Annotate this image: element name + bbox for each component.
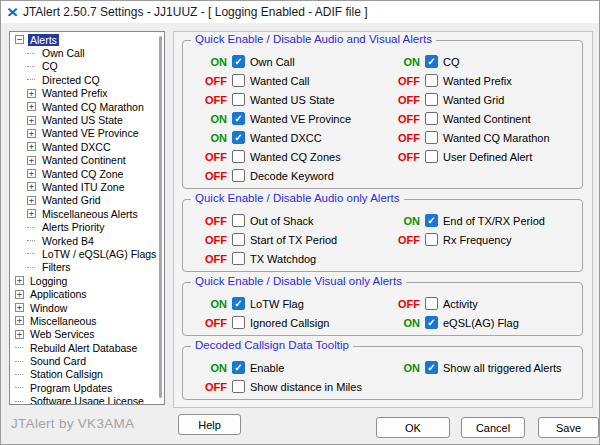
tree-item-wanted-continent[interactable]: + Wanted Continent	[10, 154, 164, 167]
checkbox-cq[interactable]	[425, 55, 438, 68]
checkbox-wanted-call[interactable]	[232, 74, 245, 87]
tree-item-alerts-priority[interactable]: Alerts Priority	[10, 220, 164, 233]
toggle-state-badge: OFF	[386, 94, 420, 106]
tree-expander-icon[interactable]: +	[15, 330, 24, 339]
checkbox-wanted-ve-province[interactable]	[232, 112, 245, 125]
tree-item-wanted-cq-zone[interactable]: + Wanted CQ Zone	[10, 167, 164, 180]
tree-item-label: Filters	[40, 261, 73, 273]
tree-item-rebuild-alert-database[interactable]: Rebuild Alert Database	[10, 341, 164, 354]
group-title: Quick Enable / Disable Audio and Visual …	[191, 33, 436, 45]
group-row: OFF Wanted US State OFF Wanted Grid	[183, 90, 582, 109]
group-row: OFF Show distance in Miles	[183, 377, 582, 396]
checkbox-rx-frequency[interactable]	[425, 233, 438, 246]
tree-expander-icon[interactable]: +	[15, 316, 24, 325]
checkbox-wanted-continent[interactable]	[425, 112, 438, 125]
tree-expander-icon[interactable]: +	[27, 209, 36, 218]
tree-expander-icon[interactable]: +	[27, 196, 36, 205]
group-row: ON Enable ON Show all triggered Alerts	[183, 358, 582, 377]
group-row: OFF Out of Shack ON End of TX/RX Period	[183, 211, 582, 230]
tree-expander-icon[interactable]: +	[15, 276, 24, 285]
checkbox-show-distance-in-miles[interactable]	[232, 380, 245, 393]
checkbox-lotw-flag[interactable]	[232, 297, 245, 310]
checkbox-eqsl-ag-flag[interactable]	[425, 316, 438, 329]
tree-item-alerts[interactable]: − Alerts	[10, 33, 164, 46]
tree-item-directed-cq[interactable]: Directed CQ	[10, 73, 164, 86]
tree-expander-icon[interactable]: +	[27, 89, 36, 98]
checkbox-wanted-cq-zones[interactable]	[232, 150, 245, 163]
tree-item-logging[interactable]: + Logging	[10, 274, 164, 287]
tree-item-miscellaneous-alerts[interactable]: + Miscellaneous Alerts	[10, 207, 164, 220]
checkbox-own-call[interactable]	[232, 55, 245, 68]
tree-item-window[interactable]: + Window	[10, 301, 164, 314]
group-row: ON Wanted DXCC OFF Wanted CQ Marathon	[183, 128, 582, 147]
tree-item-program-updates[interactable]: Program Updates	[10, 381, 164, 394]
help-button[interactable]: Help	[178, 414, 241, 435]
checkbox-user-defined-alert[interactable]	[425, 150, 438, 163]
checkbox-wanted-cq-marathon[interactable]	[425, 131, 438, 144]
ok-button[interactable]: OK	[376, 417, 450, 438]
tree-expander-icon[interactable]: +	[27, 116, 36, 125]
group-row: OFF TX Watchdog	[183, 249, 582, 268]
tree-expander-icon[interactable]: +	[27, 102, 36, 111]
tree-item-wanted-cq-marathon[interactable]: + Wanted CQ Marathon	[10, 100, 164, 113]
tree-expander-icon[interactable]: +	[27, 169, 36, 178]
tree-expander-icon[interactable]: +	[27, 182, 36, 191]
tree-item-filters[interactable]: Filters	[10, 261, 164, 274]
tree-expander-icon[interactable]: −	[15, 35, 24, 44]
tree-expander-icon	[15, 370, 24, 379]
tree-item-sound-card[interactable]: Sound Card	[10, 354, 164, 367]
tree-item-wanted-prefix[interactable]: + Wanted Prefix	[10, 87, 164, 100]
tree-expander-icon[interactable]: +	[27, 129, 36, 138]
checkbox-show-all-triggered-alerts[interactable]	[425, 361, 438, 374]
tree-expander-icon[interactable]: +	[27, 142, 36, 151]
checkbox-tx-watchdog[interactable]	[232, 252, 245, 265]
alert-toggle-wanted-ve-province: ON Wanted VE Province	[193, 112, 386, 125]
tree-item-worked-b4[interactable]: Worked B4	[10, 234, 164, 247]
tree-item-software-usage-license[interactable]: Software Usage License	[10, 395, 164, 405]
checkbox-activity[interactable]	[425, 297, 438, 310]
toggle-state-badge: OFF	[386, 234, 420, 246]
tree-item-wanted-itu-zone[interactable]: + Wanted ITU Zone	[10, 180, 164, 193]
tree-item-wanted-ve-province[interactable]: + Wanted VE Province	[10, 127, 164, 140]
tree-item-applications[interactable]: + Applications	[10, 287, 164, 300]
tree-item-label: Wanted US State	[40, 114, 125, 126]
tree-item-wanted-us-state[interactable]: + Wanted US State	[10, 113, 164, 126]
group-title: Quick Enable / Disable Visual only Alert…	[191, 275, 406, 287]
tree-item-cq[interactable]: CQ	[10, 60, 164, 73]
group-row: ON LoTW Flag OFF Activity	[183, 294, 582, 313]
alert-toggle-cq: ON CQ	[386, 55, 460, 68]
checkbox-ignored-callsign[interactable]	[232, 316, 245, 329]
toggle-state-badge: ON	[386, 215, 420, 227]
tree-expander-icon[interactable]: +	[27, 156, 36, 165]
tree-item-lotw-eqsl-ag-flags[interactable]: LoTW / eQSL(AG) Flags	[10, 247, 164, 260]
save-button[interactable]: Save	[538, 417, 599, 438]
alert-toggle-eqsl-ag-flag: ON eQSL(AG) Flag	[386, 316, 519, 329]
checkbox-enable[interactable]	[232, 361, 245, 374]
tree-item-label: Wanted Continent	[40, 154, 128, 166]
tree-item-wanted-grid[interactable]: + Wanted Grid	[10, 194, 164, 207]
alert-toggle-own-call: ON Own Call	[193, 55, 386, 68]
checkbox-out-of-shack[interactable]	[232, 214, 245, 227]
alert-toggle-label: Wanted US State	[250, 94, 335, 106]
alert-toggle-rx-frequency: OFF Rx Frequency	[386, 233, 511, 246]
group-title: Decoded Callsign Data Tooltip	[191, 339, 353, 351]
tree-expander-icon[interactable]: +	[15, 303, 24, 312]
tree-item-miscellaneous[interactable]: + Miscellaneous	[10, 314, 164, 327]
tree-item-web-services[interactable]: + Web Services	[10, 328, 164, 341]
checkbox-wanted-grid[interactable]	[425, 93, 438, 106]
checkbox-wanted-dxcc[interactable]	[232, 131, 245, 144]
tree-item-label: Wanted DXCC	[40, 141, 112, 153]
checkbox-start-of-tx-period[interactable]	[232, 233, 245, 246]
tree-item-own-call[interactable]: Own Call	[10, 46, 164, 59]
checkbox-wanted-us-state[interactable]	[232, 93, 245, 106]
alert-toggle-ignored-callsign: OFF Ignored Callsign	[193, 316, 386, 329]
tree-item-wanted-dxcc[interactable]: + Wanted DXCC	[10, 140, 164, 153]
checkbox-decode-keyword[interactable]	[232, 169, 245, 182]
tree-expander-icon[interactable]: +	[15, 290, 24, 299]
tree-item-station-callsign[interactable]: Station Callsign	[10, 368, 164, 381]
checkbox-end-of-tx-rx-period[interactable]	[425, 214, 438, 227]
checkbox-wanted-prefix[interactable]	[425, 74, 438, 87]
alert-toggle-wanted-us-state: OFF Wanted US State	[193, 93, 386, 106]
cancel-button[interactable]: Cancel	[461, 417, 525, 438]
tree-scrollbar[interactable]	[159, 36, 162, 398]
